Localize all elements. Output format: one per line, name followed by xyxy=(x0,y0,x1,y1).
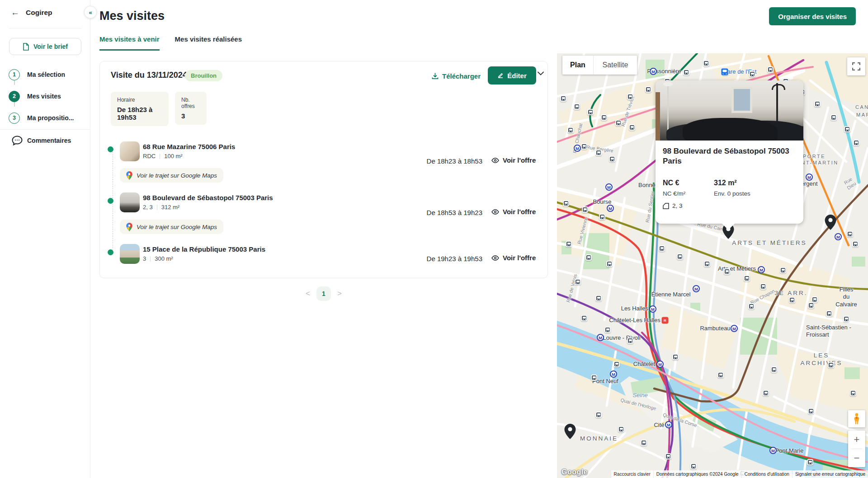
property-pin[interactable] xyxy=(824,214,837,232)
metro-station-icon: M xyxy=(758,266,765,273)
popup-title: 98 Boulevard de Sébastopol 75003 Paris xyxy=(663,146,794,166)
map-label: Rue de Trévise xyxy=(620,95,636,127)
chevron-down-icon[interactable] xyxy=(538,71,544,75)
voir-loffre-label: Voir l'offre xyxy=(503,156,536,164)
visit-thumbnail xyxy=(120,141,140,161)
bus-stop-icon xyxy=(811,296,818,303)
pagination: < 1 > xyxy=(90,286,557,301)
map-label: Quai de l'Horloge xyxy=(620,397,657,412)
attribution-keyboard-shortcuts[interactable]: Raccourcis clavier xyxy=(611,470,653,478)
google-maps-link[interactable]: Voir le trajet sur Google Maps xyxy=(120,168,223,183)
map-label: Rue Dieu xyxy=(839,173,861,193)
sidebar-collapse-button[interactable]: « xyxy=(84,6,97,19)
sidebar: ← Cogirep Voir le brief 1 Ma sélection 2… xyxy=(0,0,90,478)
bus-stop-icon xyxy=(606,261,613,267)
popup-price: NC € xyxy=(663,179,679,187)
visit-address: 15 Place de la République 75003 Paris xyxy=(143,245,265,253)
property-pin[interactable] xyxy=(564,423,576,441)
bus-stop-icon xyxy=(850,390,856,396)
bus-stop-icon xyxy=(604,327,611,333)
metro-station-icon: M xyxy=(610,370,617,378)
bus-stop-icon xyxy=(587,109,594,115)
pagination-page-1[interactable]: 1 xyxy=(316,286,331,301)
map-type-satellite-button[interactable]: Satellite xyxy=(593,56,637,75)
bus-stop-icon xyxy=(585,254,592,261)
visit-area: 100 m² xyxy=(164,153,182,159)
bus-stop-icon xyxy=(852,241,859,247)
metro-station-icon: M xyxy=(769,447,777,454)
bus-stop-icon xyxy=(717,372,724,378)
pegman-control[interactable] xyxy=(848,410,865,427)
map[interactable]: PoissonnièreGare de l'EstJardin Villemin… xyxy=(557,53,868,478)
bus-stop-icon xyxy=(601,114,607,121)
organiser-des-visites-button[interactable]: Organiser des visites xyxy=(769,7,856,25)
bus-stop-icon xyxy=(826,310,832,317)
sidebar-item-mes-visites[interactable]: 2 Mes visites xyxy=(0,87,90,105)
sidebar-item-ma-selection[interactable]: 1 Ma sélection xyxy=(0,66,90,84)
visit-floor: 2, 3 xyxy=(143,204,153,211)
metro-station-icon: M xyxy=(835,233,842,240)
pagination-next-button[interactable]: > xyxy=(337,289,342,298)
tab-mes-visites-a-venir[interactable]: Mes visites à venir xyxy=(99,35,160,51)
bus-stop-icon xyxy=(724,268,730,275)
status-badge: Brouillon xyxy=(185,70,222,81)
attribution-report-error[interactable]: Signaler une erreur cartographique xyxy=(792,470,868,478)
bus-stop-icon xyxy=(641,440,647,446)
download-button[interactable]: Télécharger xyxy=(432,72,481,80)
popup-area: 312 m² xyxy=(714,179,737,187)
map-label: ARTS ET MÉTIERS xyxy=(732,239,807,247)
eye-icon xyxy=(491,158,499,163)
map-label: Châtelet-Les Halles xyxy=(609,317,660,324)
bus-stop-icon xyxy=(807,459,813,465)
sidebar-item-ma-proposition[interactable]: 3 Ma propositio... xyxy=(0,109,90,127)
zoom-out-button[interactable]: − xyxy=(848,449,865,467)
visit-time: De 18h23 à 18h53 xyxy=(416,157,482,165)
visit-address: 68 Rue Mazarine 75006 Paris xyxy=(143,143,235,150)
visit-time: De 19h23 à 19h53 xyxy=(416,255,482,262)
bus-stop-icon xyxy=(609,156,615,162)
voir-loffre-link[interactable]: Voir l'offre xyxy=(491,156,536,164)
fullscreen-button[interactable] xyxy=(847,57,865,75)
metro-station-icon: M xyxy=(656,361,664,368)
attribution-terms[interactable]: Conditions d'utilisation xyxy=(741,470,792,478)
bus-stop-icon xyxy=(749,71,755,77)
popup-workstations: Env. 0 postes xyxy=(714,190,750,197)
info-label: Horaire xyxy=(117,97,162,103)
chevrons-left-icon: « xyxy=(89,9,92,16)
comments-button[interactable]: Commentaires xyxy=(12,136,71,145)
tab-mes-visites-realisees[interactable]: Mes visites réalisées xyxy=(175,35,242,51)
voir-loffre-link[interactable]: Voir l'offre xyxy=(491,254,536,262)
bus-stop-icon xyxy=(844,126,850,132)
google-maps-pin-icon xyxy=(126,223,132,231)
pagination-prev-button[interactable]: < xyxy=(306,289,310,298)
step-label: Ma propositio... xyxy=(27,114,74,122)
metro-station-icon: M xyxy=(731,325,738,332)
step-number: 2 xyxy=(9,91,20,102)
bus-stop-icon xyxy=(690,463,697,469)
map-attribution: Raccourcis clavier Données cartographiqu… xyxy=(611,470,868,478)
back-arrow-icon[interactable]: ← xyxy=(11,8,19,17)
visit-time: De 18h53 à 19h23 xyxy=(416,209,482,216)
metro-station-icon: M xyxy=(650,68,657,75)
voir-loffre-link[interactable]: Voir l'offre xyxy=(491,208,536,216)
voir-le-brief-button[interactable]: Voir le brief xyxy=(9,38,81,55)
property-popup[interactable]: 98 Boulevard de Sébastopol 75003 Paris N… xyxy=(656,80,803,224)
edit-button[interactable]: Éditer xyxy=(488,66,536,84)
google-maps-link[interactable]: Voir le trajet sur Google Maps xyxy=(120,220,223,234)
zoom-control: + − xyxy=(848,431,865,467)
visit-details: 2, 3312 m² xyxy=(143,204,179,211)
map-label: Rambuteau xyxy=(700,325,730,332)
train-station-icon xyxy=(722,69,728,75)
map-type-plan-button[interactable]: Plan xyxy=(562,56,593,75)
bus-stop-icon xyxy=(627,337,633,344)
bus-stop-icon xyxy=(771,366,777,373)
bus-stop-icon xyxy=(581,143,587,150)
bus-stop-icon xyxy=(763,390,769,396)
visit-floor: RDC xyxy=(143,153,156,159)
map-label: Châtelet xyxy=(633,361,655,368)
bus-stop-icon xyxy=(853,140,859,146)
comments-label: Commentaires xyxy=(27,137,71,144)
bus-stop-icon xyxy=(613,361,620,367)
zoom-in-button[interactable]: + xyxy=(848,431,865,449)
bus-stop-icon xyxy=(847,231,853,237)
